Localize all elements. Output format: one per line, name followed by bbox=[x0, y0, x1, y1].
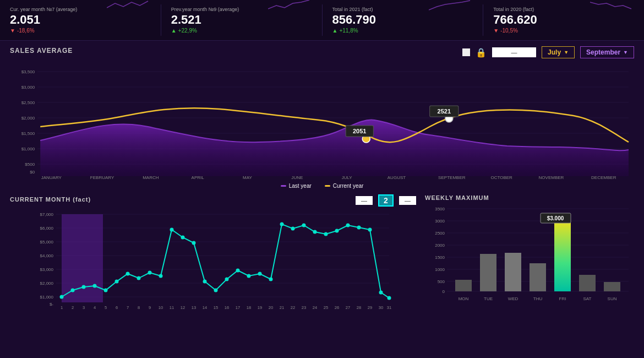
svg-point-68 bbox=[346, 224, 350, 227]
kpi-value-2: 2.521 bbox=[171, 13, 312, 26]
svg-text:2500: 2500 bbox=[435, 231, 445, 236]
bar-wed bbox=[505, 253, 521, 291]
svg-text:DECEMBER: DECEMBER bbox=[591, 175, 616, 180]
svg-text:30: 30 bbox=[379, 305, 383, 310]
svg-text:24: 24 bbox=[313, 305, 317, 310]
svg-text:JANUARY: JANUARY bbox=[41, 175, 62, 180]
svg-text:MARCH: MARCH bbox=[143, 175, 159, 180]
legend-color-purple bbox=[281, 185, 286, 187]
svg-text:17: 17 bbox=[236, 305, 240, 310]
kpi-change-1: ▼ -18,6% bbox=[10, 28, 151, 34]
month-dropdown-september[interactable]: September ▼ bbox=[580, 46, 634, 58]
lock-icon[interactable]: 🔒 bbox=[476, 47, 487, 58]
svg-text:1500: 1500 bbox=[435, 255, 445, 260]
legend-color-yellow bbox=[325, 185, 330, 187]
svg-point-63 bbox=[291, 227, 295, 231]
range-input[interactable] bbox=[492, 47, 536, 57]
svg-text:$3,000: $3,000 bbox=[40, 267, 54, 272]
svg-text:21: 21 bbox=[280, 305, 284, 310]
svg-point-71 bbox=[379, 291, 383, 295]
svg-point-70 bbox=[368, 228, 372, 232]
current-month-svg: $7,000 $6,000 $5,000 $4,000 $3,000 $2,00… bbox=[10, 209, 416, 311]
cm-line bbox=[62, 224, 389, 298]
bar-tue bbox=[480, 254, 496, 291]
svg-text:1: 1 bbox=[61, 305, 63, 310]
svg-point-45 bbox=[93, 284, 97, 288]
chart-legend: Last year Current year bbox=[10, 183, 634, 189]
sales-chart-header: SALES AVERAGE 🔒 July ▼ September ▼ bbox=[10, 46, 634, 58]
svg-text:26: 26 bbox=[335, 305, 339, 310]
svg-text:OCTOBER: OCTOBER bbox=[490, 175, 512, 180]
main-content: SALES AVERAGE 🔒 July ▼ September ▼ bbox=[0, 41, 644, 308]
svg-point-61 bbox=[269, 278, 273, 281]
weekly-max-svg: 3500 3000 2500 2000 1500 1000 500 0 bbox=[425, 203, 634, 305]
svg-text:$0: $0 bbox=[30, 170, 35, 175]
bottom-row: CURRENT MONTH (fact) — 2 — bbox=[10, 194, 634, 305]
svg-text:28: 28 bbox=[357, 305, 361, 310]
cm-dash-right: — bbox=[399, 196, 416, 205]
svg-text:4: 4 bbox=[94, 305, 96, 310]
svg-text:29: 29 bbox=[368, 305, 372, 310]
chevron-down-icon-sep: ▼ bbox=[623, 50, 628, 55]
svg-point-47 bbox=[115, 280, 119, 284]
svg-text:7: 7 bbox=[127, 305, 129, 310]
svg-text:WED: WED bbox=[508, 296, 519, 301]
svg-text:2000: 2000 bbox=[435, 243, 445, 248]
svg-text:$500: $500 bbox=[25, 162, 35, 167]
kpi-value-1: 2.051 bbox=[10, 13, 151, 26]
bar-mon bbox=[455, 280, 472, 291]
square-icon[interactable] bbox=[462, 48, 470, 56]
svg-text:14: 14 bbox=[203, 305, 207, 310]
svg-text:$1,000: $1,000 bbox=[21, 147, 35, 151]
sparkline-2 bbox=[268, 0, 312, 13]
svg-point-51 bbox=[159, 274, 163, 278]
svg-text:MON: MON bbox=[459, 296, 469, 301]
svg-point-65 bbox=[313, 230, 317, 234]
svg-text:TUE: TUE bbox=[484, 296, 493, 301]
bar-fri bbox=[554, 221, 571, 291]
svg-text:20: 20 bbox=[269, 305, 273, 310]
svg-point-66 bbox=[324, 232, 328, 236]
svg-text:MAY: MAY bbox=[243, 175, 252, 180]
svg-point-64 bbox=[302, 224, 306, 227]
kpi-arrow-4: ▼ bbox=[493, 28, 499, 34]
svg-text:5: 5 bbox=[105, 305, 107, 310]
svg-text:FEBRUARY: FEBRUARY bbox=[90, 175, 114, 180]
svg-point-62 bbox=[280, 223, 284, 226]
svg-text:$5,000: $5,000 bbox=[40, 240, 54, 245]
svg-text:NOVEMBER: NOVEMBER bbox=[539, 175, 564, 180]
legend-current-year: Current year bbox=[325, 183, 364, 189]
svg-text:APRIL: APRIL bbox=[192, 175, 205, 180]
svg-text:0: 0 bbox=[443, 289, 445, 294]
cm-highlight-rect bbox=[62, 214, 103, 302]
svg-text:13: 13 bbox=[192, 305, 196, 310]
tooltip-text-2: 2521 bbox=[438, 108, 451, 115]
current-month-section: CURRENT MONTH (fact) — 2 — bbox=[10, 194, 416, 305]
svg-point-54 bbox=[192, 241, 196, 245]
svg-text:SAT: SAT bbox=[583, 296, 592, 301]
month-dropdown-july[interactable]: July ▼ bbox=[542, 46, 575, 58]
svg-text:500: 500 bbox=[438, 279, 445, 284]
svg-point-60 bbox=[258, 272, 262, 276]
kpi-arrow-2: ▲ bbox=[171, 28, 177, 34]
svg-text:25: 25 bbox=[324, 305, 328, 310]
svg-text:18: 18 bbox=[247, 305, 251, 310]
svg-text:$1,500: $1,500 bbox=[21, 131, 35, 136]
svg-text:19: 19 bbox=[258, 305, 262, 310]
svg-point-53 bbox=[181, 236, 185, 240]
tooltip-text-1: 2051 bbox=[353, 128, 367, 134]
svg-point-43 bbox=[71, 289, 75, 292]
current-month-header: CURRENT MONTH (fact) — 2 — bbox=[10, 194, 416, 207]
svg-text:15: 15 bbox=[214, 305, 218, 310]
svg-text:10: 10 bbox=[159, 305, 163, 310]
svg-text:12: 12 bbox=[181, 305, 185, 310]
kpi-change-2: ▲ +22,9% bbox=[171, 28, 312, 34]
kpi-item-1: Cur. year month №7 (average) 2.051 ▼ -18… bbox=[0, 4, 161, 36]
svg-text:1000: 1000 bbox=[435, 267, 445, 272]
svg-text:SEPTEMBER: SEPTEMBER bbox=[438, 175, 466, 180]
svg-text:JUNE: JUNE bbox=[291, 175, 303, 180]
svg-text:11: 11 bbox=[170, 305, 174, 310]
svg-point-58 bbox=[236, 269, 240, 273]
sales-svg: $3,500 $3,000 $2,500 $2,000 $1,500 $1,00… bbox=[10, 61, 634, 182]
svg-point-52 bbox=[170, 228, 174, 232]
